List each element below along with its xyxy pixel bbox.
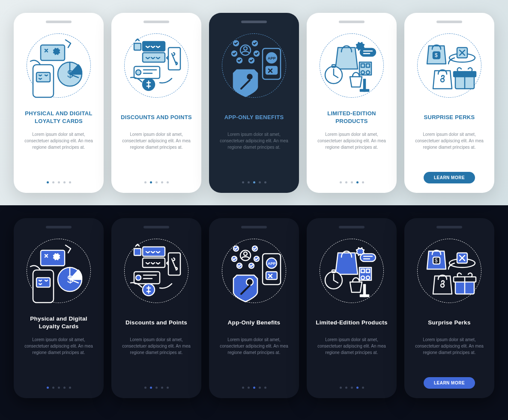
svg-rect-65 [360, 254, 376, 261]
page-indicator[interactable] [340, 181, 364, 183]
svg-rect-72 [360, 295, 369, 297]
card-description: Lorem ipsum dolor sit amet, consectetuer… [117, 131, 195, 151]
card-description: Lorem ipsum dolor sit amet, consectetuer… [215, 336, 293, 356]
surprise-perks-icon: $ [413, 29, 486, 102]
discounts-points-icon [120, 234, 193, 307]
svg-text:APP: APP [268, 261, 276, 266]
page-indicator[interactable] [242, 387, 266, 389]
onboarding-card-discounts-dark: Discounts and Points Lorem ipsum dolor s… [111, 218, 201, 398]
onboarding-card-limited-dark: Limited-Edition Products Lorem ipsum dol… [307, 218, 397, 398]
phone-notch [46, 21, 72, 23]
page-indicator[interactable] [47, 181, 71, 183]
app-benefits-icon: APP [218, 234, 290, 307]
phone-notch [241, 21, 267, 23]
phone-notch [241, 226, 267, 228]
phone-notch [339, 226, 365, 228]
phone-notch [436, 21, 462, 23]
limited-edition-icon [315, 234, 388, 307]
loyalty-cards-icon: $ [22, 234, 95, 307]
card-title: DISCOUNTS AND POINTS [121, 110, 192, 125]
svg-rect-42 [36, 278, 50, 287]
phone-notch [143, 21, 169, 23]
page-indicator[interactable] [144, 181, 169, 183]
onboarding-card-app-benefits-dark: APP App-Only Benefits Lorem ipsum dolor … [209, 218, 299, 398]
card-description: Lorem ipsum dolor sit amet, consectetuer… [313, 131, 391, 151]
app-benefits-icon: APP [218, 29, 290, 102]
onboarding-card-app-benefits: APP APP-ONLY BENEFITS Lorem ipsum dolor … [209, 13, 299, 193]
card-description: Lorem ipsum dolor sit amet, consectetuer… [313, 336, 391, 356]
page-indicator[interactable] [242, 181, 266, 183]
card-description: Lorem ipsum dolor sit amet, consectetuer… [117, 336, 195, 356]
card-description: Lorem ipsum dolor sit amet, consectetuer… [20, 336, 98, 356]
onboarding-card-surprise: $ SURPRISE PERKS Lorem ipsum dolor sit a… [404, 13, 494, 193]
card-title: App-Only Benefits [228, 315, 281, 330]
limited-edition-icon [315, 29, 388, 102]
card-title: Surprise Perks [428, 315, 471, 330]
svg-rect-24 [266, 66, 277, 74]
card-title: Limited-Edition Products [316, 315, 388, 330]
card-title: LIMITED-EDITION PRODUCTS [313, 110, 391, 125]
card-description: Lorem ipsum dolor sit amet, consectetuer… [215, 131, 293, 151]
svg-rect-2 [36, 72, 50, 82]
phone-notch [143, 226, 169, 228]
svg-rect-32 [360, 90, 369, 91]
phone-notch [46, 226, 72, 228]
svg-rect-45 [134, 249, 141, 255]
surprise-perks-icon: $ [413, 234, 486, 307]
card-title: Discounts and Points [126, 315, 187, 330]
phone-notch [339, 21, 365, 23]
card-title: Physical and Digital Loyalty Cards [20, 315, 98, 330]
onboarding-card-loyalty-dark: $ Physical and Digital Loyalty Cards Lor… [14, 218, 104, 398]
page-indicator[interactable] [340, 387, 364, 389]
card-description: Lorem ipsum dolor sit amet, consectetuer… [410, 131, 488, 151]
card-description: Lorem ipsum dolor sit amet, consectetuer… [20, 131, 98, 151]
learn-more-button[interactable]: LEARN MORE [424, 172, 475, 183]
svg-rect-0 [41, 45, 65, 60]
svg-rect-40 [41, 250, 65, 266]
svg-rect-64 [266, 272, 277, 279]
light-theme-row: $ PHYSICAL AND DIGITAL LOYALTY CARDS Lor… [0, 0, 508, 205]
svg-point-20 [246, 73, 253, 80]
dark-theme-row: $ Physical and Digital Loyalty Cards Lor… [0, 205, 508, 420]
svg-point-50 [136, 275, 141, 280]
page-indicator[interactable] [144, 387, 169, 389]
learn-more-button[interactable]: LEARN MORE [424, 377, 475, 389]
svg-point-10 [136, 70, 141, 75]
discounts-points-icon [120, 29, 193, 102]
svg-text:$: $ [435, 52, 438, 58]
onboarding-card-discounts: DISCOUNTS AND POINTS Lorem ipsum dolor s… [111, 13, 201, 193]
card-title: APP-ONLY BENEFITS [224, 110, 284, 125]
phone-notch [436, 226, 462, 228]
onboarding-card-surprise-dark: $ Surprise Perks Lorem ipsum dolor sit a… [404, 218, 494, 398]
svg-text:APP: APP [268, 56, 276, 60]
svg-text:$: $ [435, 258, 438, 264]
loyalty-cards-icon: $ [22, 29, 95, 102]
page-indicator[interactable] [47, 387, 71, 389]
card-title: SURPRISE PERKS [424, 110, 475, 125]
card-description: Lorem ipsum dolor sit amet, consectetuer… [410, 336, 488, 356]
onboarding-card-loyalty: $ PHYSICAL AND DIGITAL LOYALTY CARDS Lor… [14, 13, 104, 193]
svg-rect-5 [134, 43, 141, 50]
svg-rect-25 [360, 48, 376, 56]
onboarding-card-limited: LIMITED-EDITION PRODUCTS Lorem ipsum dol… [307, 13, 397, 193]
svg-point-60 [246, 279, 253, 285]
card-title: PHYSICAL AND DIGITAL LOYALTY CARDS [20, 110, 98, 125]
